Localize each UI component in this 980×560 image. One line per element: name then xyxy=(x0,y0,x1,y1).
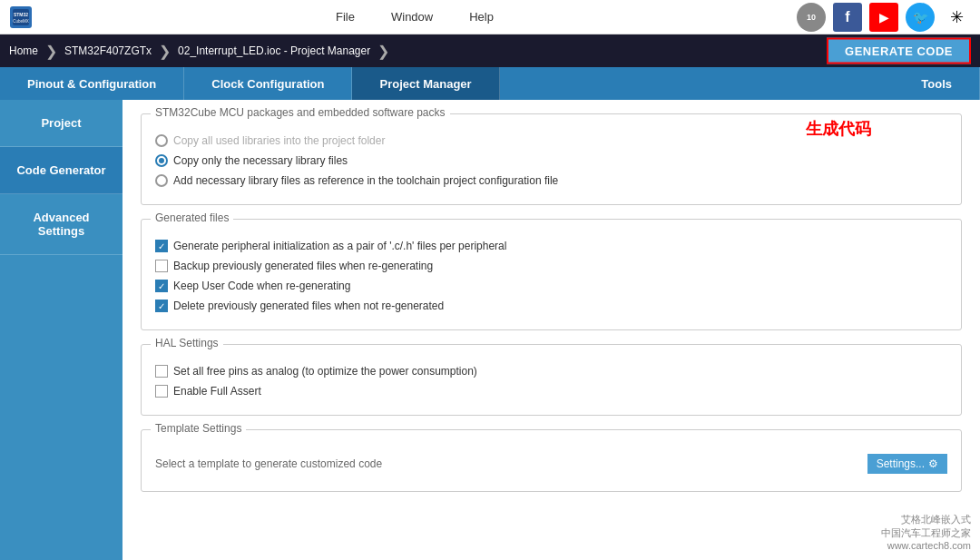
sidebar: Project Code Generator Advanced Settings xyxy=(0,100,122,560)
template-description: Select a template to generate customized… xyxy=(155,457,858,470)
menu-file[interactable]: File xyxy=(336,10,355,24)
option-add-reference-label: Add necessary library files as reference… xyxy=(173,174,558,187)
hal-settings-section: HAL Settings Set all free pins as analog… xyxy=(141,344,962,416)
network-icon[interactable]: ✳ xyxy=(942,3,971,32)
option-backup-label: Backup previously generated files when r… xyxy=(173,260,433,272)
main-tabs: Pinout & Configuration Clock Configurati… xyxy=(0,67,980,100)
option-gen-peripheral-label: Generate peripheral initialization as a … xyxy=(173,240,506,252)
tab-pinout[interactable]: Pinout & Configuration xyxy=(0,67,184,100)
sidebar-item-code-generator[interactable]: Code Generator xyxy=(0,147,122,194)
settings-button[interactable]: Settings... ⚙ xyxy=(867,454,947,474)
option-copy-necessary-label: Copy only the necessary library files xyxy=(173,154,348,167)
breadcrumb-bar: Home ❯ STM32F407ZGTx ❯ 02_Interrupt_LED.… xyxy=(0,34,980,67)
breadcrumb-home[interactable]: Home xyxy=(9,44,38,57)
option-add-reference[interactable]: Add necessary library files as reference… xyxy=(155,174,947,187)
option-delete-prev-label: Delete previously generated files when n… xyxy=(173,300,444,312)
content-area: ↑ 生成代码 STM32Cube MCU packages and embedd… xyxy=(122,100,980,560)
option-delete-prev[interactable]: ✓ Delete previously generated files when… xyxy=(155,300,947,312)
logo: STM32 CubeMX xyxy=(9,5,33,29)
watermark: 艾格北峰嵌入式 中国汽车工程师之家 www.cartech8.com xyxy=(881,513,971,551)
option-copy-all-label: Copy all used libraries into the project… xyxy=(173,134,385,147)
option-copy-necessary[interactable]: Copy only the necessary library files xyxy=(155,154,947,167)
tab-clock[interactable]: Clock Configuration xyxy=(184,67,352,100)
breadcrumb-sep-2: ❯ xyxy=(159,43,171,60)
option-keep-user-code-label: Keep User Code when re-generating xyxy=(173,280,350,292)
watermark-line3: www.cartech8.com xyxy=(881,540,971,551)
cb-gen-peripheral[interactable]: ✓ xyxy=(155,240,168,252)
sidebar-item-project[interactable]: Project xyxy=(0,100,122,147)
tab-tools[interactable]: Tools xyxy=(894,67,980,100)
generated-files-section: Generated files ✓ Generate peripheral in… xyxy=(141,219,962,330)
menu-window[interactable]: Window xyxy=(391,10,433,24)
menu-bar: STM32 CubeMX File Window Help 10 f ▶ 🐦 ✳ xyxy=(0,0,980,34)
facebook-icon[interactable]: f xyxy=(833,3,862,32)
option-keep-user-code[interactable]: ✓ Keep User Code when re-generating xyxy=(155,280,947,292)
radio-copy-necessary[interactable] xyxy=(155,154,168,167)
award-icon[interactable]: 10 xyxy=(797,3,826,32)
template-settings-title: Template Settings xyxy=(151,422,246,435)
cb-backup[interactable] xyxy=(155,260,168,272)
youtube-icon[interactable]: ▶ xyxy=(869,3,898,32)
watermark-line2: 中国汽车工程师之家 xyxy=(881,526,971,540)
sidebar-item-advanced-settings[interactable]: Advanced Settings xyxy=(0,194,122,255)
generate-code-button[interactable]: GENERATE CODE xyxy=(827,38,971,64)
menu-help[interactable]: Help xyxy=(469,10,494,24)
main-content: Project Code Generator Advanced Settings… xyxy=(0,100,980,560)
cb-full-assert[interactable] xyxy=(155,385,168,398)
cube-icon: STM32 CubeMX xyxy=(9,5,33,29)
option-free-pins[interactable]: Set all free pins as analog (to optimize… xyxy=(155,365,947,378)
watermark-line1: 艾格北峰嵌入式 xyxy=(881,513,971,526)
option-gen-peripheral[interactable]: ✓ Generate peripheral initialization as … xyxy=(155,240,947,252)
social-icons: 10 f ▶ 🐦 ✳ xyxy=(797,3,971,32)
radio-add-reference[interactable] xyxy=(155,174,168,187)
twitter-icon[interactable]: 🐦 xyxy=(906,3,935,32)
cb-delete-prev[interactable]: ✓ xyxy=(155,300,168,312)
option-full-assert-label: Enable Full Assert xyxy=(173,385,261,398)
gear-icon: ⚙ xyxy=(928,457,938,470)
mcu-packages-title: STM32Cube MCU packages and embedded soft… xyxy=(151,106,450,119)
breadcrumb-sep-1: ❯ xyxy=(45,43,57,60)
tab-project-manager[interactable]: Project Manager xyxy=(352,67,499,100)
breadcrumb-sep-3: ❯ xyxy=(377,43,389,60)
breadcrumb-project: 02_Interrupt_LED.ioc - Project Manager xyxy=(178,44,370,57)
svg-text:CubeMX: CubeMX xyxy=(13,19,29,24)
annotation-text: 生成代码 xyxy=(806,118,871,140)
radio-copy-all[interactable] xyxy=(155,134,168,147)
generated-files-title: Generated files xyxy=(151,211,233,224)
template-settings-section: Template Settings Select a template to g… xyxy=(141,429,962,492)
option-free-pins-label: Set all free pins as analog (to optimize… xyxy=(173,365,477,378)
menu-items: File Window Help xyxy=(33,10,797,24)
option-backup[interactable]: Backup previously generated files when r… xyxy=(155,260,947,272)
breadcrumb-device[interactable]: STM32F407ZGTx xyxy=(64,44,152,57)
option-full-assert[interactable]: Enable Full Assert xyxy=(155,385,947,398)
breadcrumb: Home ❯ STM32F407ZGTx ❯ 02_Interrupt_LED.… xyxy=(9,43,393,60)
svg-text:STM32: STM32 xyxy=(14,12,28,17)
cb-free-pins[interactable] xyxy=(155,365,168,378)
cb-keep-user-code[interactable]: ✓ xyxy=(155,280,168,292)
hal-settings-title: HAL Settings xyxy=(151,337,223,349)
